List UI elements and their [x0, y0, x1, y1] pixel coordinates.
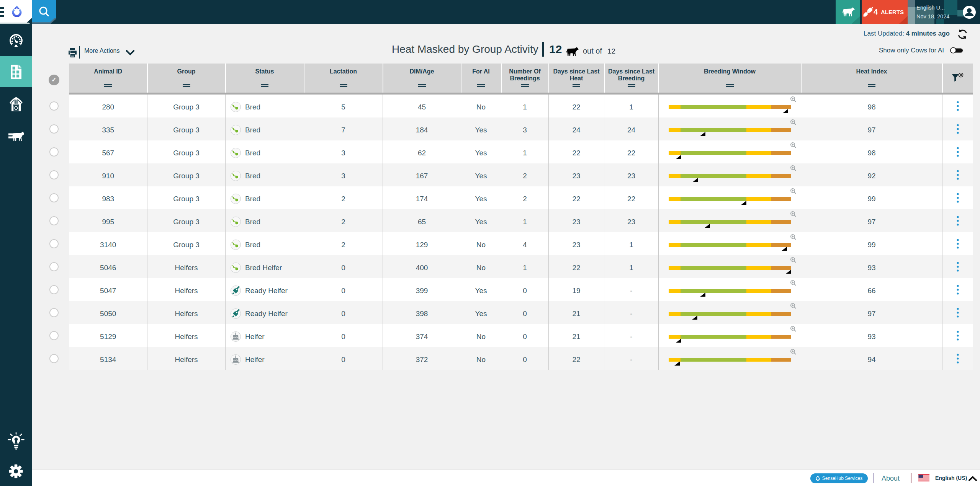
svg-text:4: 4	[874, 8, 878, 16]
svg-text:ALERTS: ALERTS	[881, 9, 904, 15]
